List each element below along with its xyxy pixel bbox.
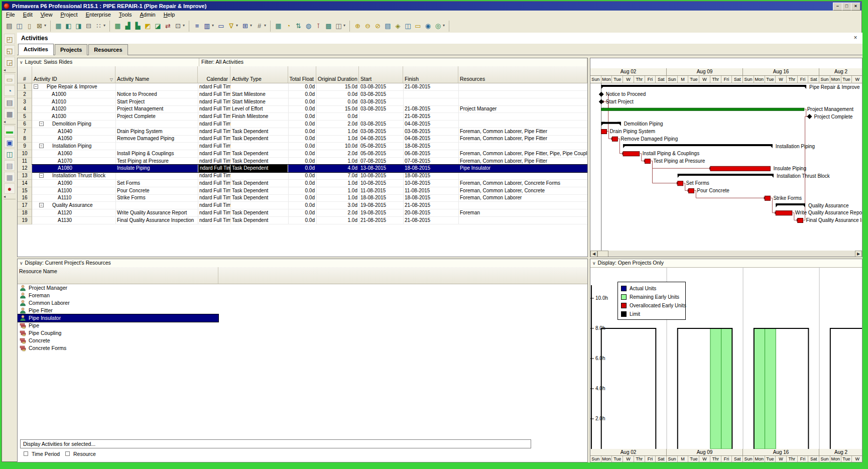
gantt-bar-box[interactable]: Test Piping at Pressure xyxy=(645,158,705,164)
table-row[interactable]: 17−Quality Assurancendard Full Time0.0d3… xyxy=(18,202,588,209)
column-header-original-duration[interactable]: Original Duration xyxy=(316,66,359,83)
constraints-icon[interactable]: ⊺ xyxy=(314,21,323,31)
timescale-day[interactable]: Mon xyxy=(830,76,841,83)
minimize-button[interactable]: − xyxy=(833,3,842,11)
gantt-bar-box[interactable]: Final Quality Assurance Inspection xyxy=(798,217,862,223)
publish-icon[interactable]: ⊠ xyxy=(35,21,44,31)
table-row[interactable]: 15A1100Pour Concretendard Full TimeTask … xyxy=(18,187,588,195)
timescale-day[interactable]: Mon xyxy=(601,76,612,83)
columns-icon[interactable]: ▥ xyxy=(202,21,212,31)
timescale-day[interactable]: Thr xyxy=(634,456,645,462)
timescale-day[interactable]: Sun xyxy=(590,76,601,83)
close-button[interactable]: × xyxy=(851,3,860,11)
column-header-total-float[interactable]: Total Float xyxy=(288,66,316,83)
gantt-bar-summary[interactable]: Installation Thrust Block xyxy=(678,173,830,179)
focus-icon[interactable]: ◈ xyxy=(393,21,403,31)
global-change-icon[interactable]: ◪ xyxy=(153,21,163,31)
timescale-day[interactable]: Sun xyxy=(819,456,830,462)
help-icon[interactable]: ◉ xyxy=(423,21,433,31)
collapse-arrow3-icon[interactable]: ◂ xyxy=(4,195,16,199)
gantt-bar-summary[interactable]: Quality Assurance xyxy=(776,203,849,208)
timescale-day[interactable]: Fri xyxy=(721,76,732,83)
resources-display-bar[interactable]: ∨Display: Current Project's Resources xyxy=(18,259,587,268)
timescale-day[interactable]: Tue xyxy=(612,456,623,462)
gantt-bar-task[interactable]: Write Quality Assurance Report xyxy=(776,210,862,215)
table-row[interactable]: 1−Pipe Repair & Improvendard Full Time0.… xyxy=(18,83,588,91)
timescale-day[interactable]: Tue xyxy=(765,76,776,83)
row-number[interactable]: 9 xyxy=(18,143,32,150)
row-number[interactable]: 17 xyxy=(18,202,32,209)
timescale-day[interactable]: Sun xyxy=(743,456,754,462)
row-number[interactable]: 14 xyxy=(18,180,32,187)
relationship-lines-icon[interactable]: ⇅ xyxy=(294,21,303,31)
line-numbers-icon[interactable]: # xyxy=(255,21,264,31)
remaining-units-bar[interactable] xyxy=(754,328,765,449)
timescale-day[interactable]: W xyxy=(623,456,634,462)
publish-icon-dropdown[interactable]: ▾ xyxy=(44,21,48,30)
tab-activities[interactable]: Activities xyxy=(18,44,54,55)
gantt-bar-loe[interactable]: Project Management xyxy=(601,106,853,112)
table-row[interactable]: 9−Installation Pipingndard Full Time0.0d… xyxy=(18,143,588,150)
zoom-out-icon[interactable]: ⊖ xyxy=(363,21,373,31)
timescale-day[interactable]: W xyxy=(699,76,710,83)
table-row[interactable]: 5A1030Project Completendard Full TimeFin… xyxy=(18,113,588,121)
menu-project[interactable]: Project xyxy=(56,11,81,20)
risks-icon[interactable]: ● xyxy=(4,183,15,194)
row-number[interactable]: 3 xyxy=(18,98,32,106)
resource-name-column-header[interactable]: Resource Name xyxy=(18,267,218,284)
row-number[interactable]: 6 xyxy=(18,121,32,128)
timescale-day[interactable]: Tue xyxy=(688,76,699,83)
resource-list-item[interactable]: Common Laborer xyxy=(18,299,218,307)
table-row[interactable]: 2A1000Notice to Proceedndard Full TimeSt… xyxy=(18,91,588,98)
gantt-bar-box[interactable]: Drain Piping System xyxy=(601,129,655,134)
zoom-window-icon[interactable]: ⊘ xyxy=(373,21,383,31)
timescale-day[interactable]: M xyxy=(678,76,689,83)
gantt-bar-box[interactable]: Strike Forms xyxy=(765,195,802,201)
gantt-bar-task[interactable]: Install Piping & Couplings xyxy=(623,151,699,156)
spreadsheet-icon[interactable]: ▦ xyxy=(274,21,283,31)
roles-icon[interactable]: ◫ xyxy=(334,21,343,31)
remaining-units-bar[interactable] xyxy=(765,328,776,449)
roles-icon-dropdown[interactable]: ▾ xyxy=(343,21,347,30)
group-sort-icon[interactable]: ⊞ xyxy=(240,21,250,31)
timescale-day[interactable]: Tue xyxy=(765,456,776,462)
summarize-icon[interactable]: ▙ xyxy=(133,21,143,31)
collapse-icon[interactable]: − xyxy=(39,203,44,207)
table-row[interactable]: 18A1120Write Quality Assurance Reportnda… xyxy=(18,209,588,217)
timescale-day[interactable]: M xyxy=(678,456,689,462)
timescale-day[interactable]: Fri xyxy=(645,456,656,462)
menu-edit[interactable]: Edit xyxy=(19,11,37,20)
update-progress-icon[interactable]: ⊡ xyxy=(173,21,183,31)
filter-option-cell[interactable]: Filter: All Activities xyxy=(199,58,587,66)
gantt-bar-summary[interactable]: Installation Piping xyxy=(623,144,815,149)
timescale-week[interactable]: Aug 09 xyxy=(667,449,743,456)
timescale-day[interactable]: W xyxy=(776,76,787,83)
row-number[interactable]: 12 xyxy=(18,165,32,172)
activity-network-icon[interactable]: ∷ xyxy=(94,21,103,31)
gantt-bar-summary[interactable]: Pipe Repair & Improve xyxy=(601,84,860,90)
timescale-day[interactable]: Thr xyxy=(634,76,645,83)
row-number[interactable]: 13 xyxy=(18,172,32,180)
collapse-icon[interactable]: − xyxy=(39,144,44,148)
column-header-activity-name[interactable]: Activity Name xyxy=(115,66,198,83)
row-number[interactable]: 15 xyxy=(18,187,32,195)
layout-option-cell[interactable]: ∨Layout: Swiss Rides xyxy=(18,58,199,66)
resource-list-item[interactable]: Pipe Fitter xyxy=(18,307,218,314)
gantt-bar-box[interactable]: Remove Damaged Piping xyxy=(612,136,678,142)
tab-resources[interactable]: Resources xyxy=(88,44,128,55)
table-row[interactable]: 3A1010Start Projectndard Full TimeStart … xyxy=(18,98,588,106)
collapse-icon[interactable]: − xyxy=(39,122,44,126)
gantt-bar-milestone[interactable]: Project Complete xyxy=(807,114,853,120)
checkbox-time-period[interactable] xyxy=(24,451,28,456)
table-row[interactable]: 11A1070Test Piping at Pressurendard Full… xyxy=(18,158,588,165)
menu-file[interactable]: File xyxy=(2,11,19,20)
whats-this-icon[interactable]: ◎ xyxy=(433,21,443,31)
timescale-day[interactable]: Sat xyxy=(808,76,819,83)
collapse-icon[interactable]: − xyxy=(34,84,38,89)
reports-icon[interactable]: ▦ xyxy=(4,108,15,119)
usage-display-cell[interactable]: ∨Display: Open Projects Only xyxy=(590,259,862,267)
timesheet-icon[interactable]: ◔ xyxy=(284,21,293,31)
timescale-day[interactable]: Tue xyxy=(688,456,699,462)
gantt-bar-task[interactable]: Insulate Piping xyxy=(710,166,806,171)
expenses-icon[interactable]: ▦ xyxy=(4,172,15,182)
